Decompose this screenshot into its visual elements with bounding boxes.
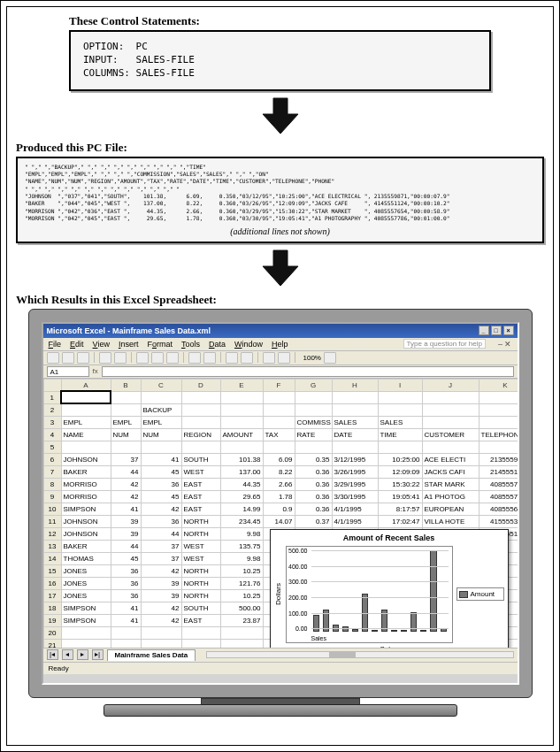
cell[interactable] — [332, 391, 378, 403]
cell[interactable] — [141, 626, 181, 639]
cell[interactable]: 15:30:22 — [378, 478, 422, 490]
tb-save-icon[interactable] — [77, 352, 89, 364]
column-header[interactable]: G — [295, 379, 332, 391]
cell[interactable]: MORRISO — [61, 478, 111, 490]
cell[interactable] — [422, 403, 479, 416]
cell[interactable]: 4085557786 — [479, 490, 518, 503]
cell[interactable]: 41 — [141, 453, 181, 465]
cell[interactable]: 3/30/1995 — [332, 490, 378, 503]
cell[interactable]: 3/29/1995 — [332, 478, 378, 490]
cell[interactable]: 42 — [141, 564, 181, 577]
column-header[interactable]: E — [220, 379, 263, 391]
tb-preview-icon[interactable] — [114, 352, 127, 364]
cell[interactable]: DATE — [332, 428, 378, 441]
row-header[interactable]: 4 — [43, 428, 61, 441]
cell[interactable] — [422, 416, 479, 428]
cell[interactable]: EAST — [181, 490, 220, 503]
sheet-tab[interactable]: Mainframe Sales Data — [107, 649, 196, 661]
column-header[interactable]: H — [332, 379, 378, 391]
cell[interactable]: 19:05:41 — [378, 490, 422, 503]
cell[interactable]: 4/1/1995 — [332, 515, 378, 527]
cell[interactable]: 0.36 — [295, 503, 332, 515]
cell[interactable]: MORRISO — [61, 490, 111, 503]
row-header[interactable]: 2 — [43, 403, 61, 416]
tb-sort-desc-icon[interactable] — [241, 352, 253, 364]
cell[interactable]: SALES — [332, 416, 378, 428]
cell[interactable]: 0.36 — [295, 490, 332, 503]
menu-tools[interactable]: Tools — [181, 340, 200, 349]
cell[interactable]: SIMPSON — [61, 614, 111, 626]
cell[interactable]: 44.35 — [220, 478, 263, 490]
cell[interactable]: 0.35 — [295, 453, 332, 465]
cell[interactable]: JONES — [61, 589, 111, 602]
cell[interactable]: 2.66 — [263, 478, 295, 490]
cell[interactable]: EAST — [181, 614, 220, 626]
cell[interactable]: 36 — [111, 589, 141, 602]
cell[interactable]: ACE ELECTI — [422, 453, 479, 465]
cell[interactable]: 0.37 — [295, 515, 332, 527]
cell[interactable]: 137.00 — [220, 465, 263, 478]
formula-input[interactable] — [102, 366, 514, 377]
name-box[interactable]: A1 — [47, 366, 89, 377]
menu-data[interactable]: Data — [209, 340, 226, 349]
cell[interactable]: NORTH — [181, 589, 220, 602]
cell[interactable]: NUM — [141, 428, 181, 441]
cell[interactable] — [61, 391, 111, 403]
cell[interactable]: 0.36 — [295, 465, 332, 478]
cell[interactable] — [181, 441, 220, 453]
cell[interactable]: 4155553680 — [479, 515, 518, 527]
cell[interactable]: SIMPSON — [61, 503, 111, 515]
cell[interactable]: 42 — [141, 602, 181, 614]
tab-nav-prev-icon[interactable]: ◂ — [62, 649, 73, 660]
cell[interactable]: BAKER — [61, 540, 111, 552]
cell[interactable]: EAST — [181, 503, 220, 515]
tb-help-icon[interactable] — [324, 352, 336, 364]
cell[interactable]: 36 — [141, 515, 181, 527]
cell[interactable] — [220, 403, 263, 416]
cell[interactable]: EUROPEAN — [422, 503, 479, 515]
cell[interactable]: COMMISS — [295, 416, 332, 428]
chart-window[interactable]: Amount of Recent Sales Dollars Sales 0.0… — [270, 529, 509, 662]
cell[interactable]: NORTH — [181, 564, 220, 577]
cell[interactable]: 4085556615 — [479, 503, 518, 515]
help-search-input[interactable]: Type a question for help — [403, 339, 486, 349]
cell[interactable] — [141, 441, 181, 453]
cell[interactable]: 41 — [111, 602, 141, 614]
cell[interactable] — [263, 441, 295, 453]
tb-redo-icon[interactable] — [203, 352, 216, 364]
column-header[interactable]: F — [263, 379, 295, 391]
cell[interactable]: 14.07 — [263, 515, 295, 527]
row-header[interactable]: 7 — [43, 465, 61, 478]
cell[interactable]: 36 — [141, 478, 181, 490]
cell[interactable]: 3/12/1995 — [332, 453, 378, 465]
cell[interactable]: 41 — [111, 614, 141, 626]
cell[interactable]: AMOUNT — [220, 428, 263, 441]
cell[interactable] — [295, 441, 332, 453]
cell[interactable]: 42 — [141, 614, 181, 626]
cell[interactable] — [181, 626, 220, 639]
row-header[interactable]: 1 — [43, 391, 61, 403]
column-header[interactable]: A — [61, 379, 111, 391]
cell[interactable]: 36 — [111, 564, 141, 577]
tb-sum-icon[interactable] — [263, 352, 275, 364]
cell[interactable] — [263, 403, 295, 416]
row-header[interactable]: 19 — [43, 614, 61, 626]
cell[interactable]: REGION — [181, 428, 220, 441]
row-header[interactable]: 9 — [43, 490, 61, 503]
column-header[interactable]: K — [479, 379, 518, 391]
menu-file[interactable]: File — [49, 340, 62, 349]
cell[interactable] — [332, 403, 378, 416]
cell[interactable]: 2145551124 — [479, 465, 518, 478]
select-all-corner[interactable] — [43, 379, 61, 391]
minimize-button[interactable]: _ — [479, 326, 489, 335]
cell[interactable] — [61, 441, 111, 453]
cell[interactable]: JOHNSON — [61, 515, 111, 527]
cell[interactable]: SOUTH — [181, 453, 220, 465]
cell[interactable] — [479, 391, 518, 403]
cell[interactable] — [479, 403, 518, 416]
cell[interactable]: 36 — [111, 577, 141, 589]
cell[interactable]: A1 PHOTOG — [422, 490, 479, 503]
tb-undo-icon[interactable] — [188, 352, 201, 364]
cell[interactable]: SOUTH — [181, 602, 220, 614]
tab-nav-next-icon[interactable]: ▸ — [77, 649, 88, 660]
